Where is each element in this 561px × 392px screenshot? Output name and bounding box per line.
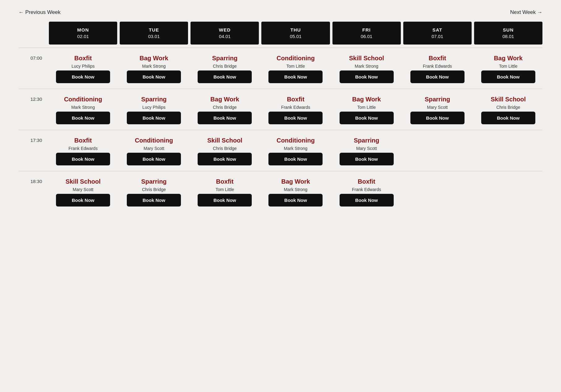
time-slot-section-1730: 17:30BoxfitFrank EdwardsBook NowConditio…	[19, 130, 542, 171]
book-now-button-1-5[interactable]: Book Now	[410, 112, 465, 124]
class-instructor-1-5: Mary Scott	[427, 105, 448, 110]
class-cell-1-5: SparringMary ScottBook Now	[403, 95, 472, 127]
class-cell-2-1: ConditioningMary ScottBook Now	[120, 136, 188, 168]
class-name-2-2: Skill School	[207, 137, 242, 144]
book-now-button-3-4[interactable]: Book Now	[340, 194, 394, 207]
time-slot-row-0700: 07:00BoxfitLucy PhilipsBook NowBag WorkM…	[19, 53, 542, 86]
book-now-button-0-6[interactable]: Book Now	[481, 70, 535, 83]
class-name-1-2: Bag Work	[210, 96, 239, 103]
class-instructor-0-6: Tom Little	[499, 64, 517, 69]
day-header-tue: TUE03.01	[120, 22, 188, 45]
time-label-1230: 12:30	[19, 95, 46, 102]
book-now-button-2-2[interactable]: Book Now	[198, 153, 252, 165]
book-now-button-0-2[interactable]: Book Now	[198, 70, 252, 83]
class-name-0-4: Skill School	[349, 55, 384, 62]
class-cell-3-6	[474, 177, 542, 181]
class-instructor-2-1: Mary Scott	[143, 146, 164, 151]
class-cell-3-2: BoxfitTom LittleBook Now	[191, 177, 259, 210]
day-header-wed: WED04.01	[191, 22, 259, 45]
book-now-button-0-3[interactable]: Book Now	[268, 70, 323, 83]
class-name-0-5: Boxfit	[429, 55, 446, 62]
class-name-3-4: Boxfit	[358, 178, 375, 185]
book-now-button-2-4[interactable]: Book Now	[340, 153, 394, 165]
class-cell-3-4: BoxfitFrank EdwardsBook Now	[332, 177, 401, 210]
class-name-3-3: Bag Work	[281, 178, 310, 185]
book-now-button-3-1[interactable]: Book Now	[127, 194, 181, 207]
class-instructor-0-5: Frank Edwards	[423, 64, 452, 69]
class-cell-1-1: SparringLucy PhilipsBook Now	[120, 95, 188, 127]
book-now-button-0-1[interactable]: Book Now	[127, 70, 181, 83]
class-cell-1-0: ConditioningMark StrongBook Now	[49, 95, 117, 127]
time-label-1730: 17:30	[19, 136, 46, 143]
book-now-button-0-0[interactable]: Book Now	[56, 70, 110, 83]
class-name-1-3: Boxfit	[287, 96, 305, 103]
class-name-1-6: Skill School	[491, 96, 526, 103]
book-now-button-1-2[interactable]: Book Now	[198, 112, 252, 124]
class-instructor-3-1: Chris Bridge	[142, 187, 166, 192]
class-cell-2-5	[403, 136, 472, 140]
class-instructor-1-3: Frank Edwards	[281, 105, 310, 110]
class-instructor-2-3: Mark Strong	[284, 146, 307, 151]
book-now-button-1-4[interactable]: Book Now	[340, 112, 394, 124]
class-cell-2-6	[474, 136, 542, 140]
class-cell-0-5: BoxfitFrank EdwardsBook Now	[403, 53, 472, 86]
time-slot-section-1830: 18:30Skill SchoolMary ScottBook NowSparr…	[19, 171, 542, 212]
class-name-0-1: Bag Work	[139, 55, 168, 62]
class-cell-1-2: Bag WorkChris BridgeBook Now	[191, 95, 259, 127]
day-header-fri: FRI06.01	[332, 22, 401, 45]
book-now-button-1-0[interactable]: Book Now	[56, 112, 110, 124]
class-cell-1-3: BoxfitFrank EdwardsBook Now	[261, 95, 330, 127]
book-now-button-0-5[interactable]: Book Now	[410, 70, 465, 83]
book-now-button-2-3[interactable]: Book Now	[268, 153, 323, 165]
time-slot-row-1730: 17:30BoxfitFrank EdwardsBook NowConditio…	[19, 136, 542, 168]
time-slot-section-1230: 12:30ConditioningMark StrongBook NowSpar…	[19, 89, 542, 130]
calendar-wrapper: MON02.01TUE03.01WED04.01THU05.01FRI06.01…	[0, 22, 561, 224]
time-label-1830: 18:30	[19, 177, 46, 184]
class-cell-0-2: SparringChris BridgeBook Now	[191, 53, 259, 86]
class-instructor-2-0: Frank Edwards	[68, 146, 97, 151]
class-name-2-3: Conditioning	[276, 137, 315, 144]
class-name-0-0: Boxfit	[74, 55, 92, 62]
class-instructor-2-4: Mary Scott	[356, 146, 377, 151]
class-name-0-6: Bag Work	[494, 55, 523, 62]
time-slot-row-1830: 18:30Skill SchoolMary ScottBook NowSparr…	[19, 177, 542, 210]
class-cell-0-4: Skill SchoolMark StrongBook Now	[332, 53, 401, 86]
book-now-button-2-1[interactable]: Book Now	[127, 153, 181, 165]
book-now-button-3-0[interactable]: Book Now	[56, 194, 110, 207]
class-name-2-4: Sparring	[354, 137, 379, 144]
book-now-button-3-3[interactable]: Book Now	[268, 194, 323, 207]
class-instructor-0-1: Mark Strong	[142, 64, 166, 69]
class-instructor-2-2: Chris Bridge	[213, 146, 237, 151]
class-instructor-1-0: Mark Strong	[71, 105, 95, 110]
book-now-button-1-6[interactable]: Book Now	[481, 112, 535, 124]
class-instructor-1-6: Chris Bridge	[496, 105, 520, 110]
day-header-sat: SAT07.01	[403, 22, 472, 45]
class-cell-0-3: ConditioningTom LittleBook Now	[261, 53, 330, 86]
class-cell-3-0: Skill SchoolMary ScottBook Now	[49, 177, 117, 210]
class-instructor-1-1: Lucy Philips	[142, 105, 165, 110]
class-cell-3-5	[403, 177, 472, 181]
class-instructor-0-0: Lucy Philips	[71, 64, 95, 69]
class-instructor-0-2: Chris Bridge	[213, 64, 237, 69]
class-cell-0-1: Bag WorkMark StrongBook Now	[120, 53, 188, 86]
day-header-thu: THU05.01	[261, 22, 330, 45]
class-instructor-3-2: Tom Little	[216, 187, 234, 192]
prev-week-link[interactable]: ← Previous Week	[19, 9, 61, 15]
book-now-button-3-2[interactable]: Book Now	[198, 194, 252, 207]
time-slot-row-1230: 12:30ConditioningMark StrongBook NowSpar…	[19, 95, 542, 127]
book-now-button-2-0[interactable]: Book Now	[56, 153, 110, 165]
class-cell-0-6: Bag WorkTom LittleBook Now	[474, 53, 542, 86]
class-name-2-1: Conditioning	[135, 137, 173, 144]
next-week-link[interactable]: Next Week →	[510, 9, 542, 15]
book-now-button-1-3[interactable]: Book Now	[268, 112, 323, 124]
book-now-button-0-4[interactable]: Book Now	[340, 70, 394, 83]
class-cell-2-3: ConditioningMark StrongBook Now	[261, 136, 330, 168]
class-instructor-1-2: Chris Bridge	[213, 105, 237, 110]
book-now-button-1-1[interactable]: Book Now	[127, 112, 181, 124]
time-slot-section-0700: 07:00BoxfitLucy PhilipsBook NowBag WorkM…	[19, 48, 542, 89]
class-name-0-2: Sparring	[212, 55, 238, 62]
class-cell-2-4: SparringMary ScottBook Now	[332, 136, 401, 168]
class-name-0-3: Conditioning	[276, 55, 315, 62]
class-name-3-2: Boxfit	[216, 178, 234, 185]
class-cell-0-0: BoxfitLucy PhilipsBook Now	[49, 53, 117, 86]
